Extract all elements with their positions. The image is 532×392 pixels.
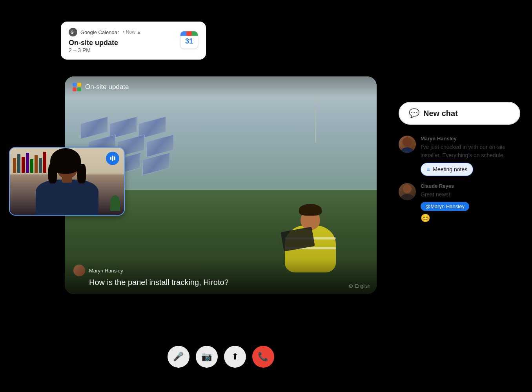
- new-chat-label: New chat: [423, 109, 458, 118]
- mention-chip: @Maryn Hansley: [421, 202, 469, 211]
- end-call-button[interactable]: 📞: [252, 346, 274, 368]
- claude-chat-text: Great news!: [421, 191, 520, 199]
- calendar-badge: 31: [180, 31, 198, 49]
- new-chat-button[interactable]: 💬 New chat: [399, 102, 520, 125]
- wind-turbine-visual: ✛: [311, 94, 321, 143]
- present-button[interactable]: ⬆: [224, 346, 246, 368]
- meeting-notes-pill[interactable]: ≡ Meeting notes: [421, 163, 473, 176]
- field-worker-figure: [275, 174, 346, 272]
- notification-header: G Google Calendar • Now ▲: [69, 28, 198, 36]
- chat-messages: Maryn Hansley I've just checked in with …: [399, 136, 520, 230]
- maryn-chat-content: Maryn Hansley I've just checked in with …: [421, 136, 520, 176]
- claude-chat-content: Claude Reyes Great news! @Maryn Hansley …: [421, 183, 520, 223]
- claude-sender-name: Claude Reyes: [421, 183, 520, 189]
- meet-topbar: On-site update: [65, 76, 377, 98]
- audio-bars: [110, 156, 115, 161]
- end-call-icon: 📞: [258, 352, 268, 362]
- maryn-sender-name: Maryn Hansley: [421, 136, 520, 142]
- notification-time: • Now ▲: [123, 29, 141, 35]
- notes-icon: ≡: [426, 166, 430, 173]
- caption-speaker-avatar: [73, 265, 85, 276]
- chat-panel: 💬 New chat Maryn Hansley I've just check…: [399, 102, 520, 230]
- chat-bubble-icon: 💬: [409, 108, 419, 118]
- maryn-avatar: [399, 136, 416, 153]
- caption-speaker-row: Maryn Hansley: [73, 265, 368, 276]
- microphone-button[interactable]: 🎤: [168, 346, 189, 368]
- self-view: [9, 147, 125, 216]
- controls-bar: 🎤 📷 ⬆ 📞: [65, 346, 377, 368]
- chat-message: Claude Reyes Great news! @Maryn Hansley …: [399, 183, 520, 223]
- caption-bar: Maryn Hansley How is the panel install t…: [65, 259, 377, 294]
- caption-text: How is the panel install tracking, Hirot…: [89, 278, 368, 287]
- notification-time-range: 2 – 3 PM: [69, 47, 118, 53]
- audio-indicator: [106, 152, 119, 165]
- claude-avatar: [399, 183, 416, 200]
- reaction-emoji: 😊: [421, 213, 520, 223]
- plant-decoration: [110, 195, 120, 211]
- meet-logo: On-site update: [73, 83, 129, 91]
- camera-icon: 📷: [201, 352, 212, 362]
- google-meet-icon: [73, 83, 81, 91]
- svg-text:G: G: [71, 30, 74, 34]
- chat-message: Maryn Hansley I've just checked in with …: [399, 136, 520, 176]
- notification-card: G Google Calendar • Now ▲ On-site update…: [61, 22, 206, 60]
- notification-source: Google Calendar: [80, 29, 119, 35]
- maryn-chat-text: I've just checked in with our on-site in…: [421, 143, 520, 160]
- google-calendar-icon: G: [69, 28, 77, 36]
- present-icon: ⬆: [231, 352, 239, 362]
- self-view-person: [24, 158, 110, 215]
- meeting-notes-label: Meeting notes: [433, 166, 467, 172]
- caption-speaker-name: Maryn Hansley: [89, 268, 123, 274]
- camera-button[interactable]: 📷: [196, 346, 218, 368]
- notification-title: On-site update: [69, 39, 118, 47]
- meeting-title: On-site update: [85, 83, 129, 91]
- microphone-icon: 🎤: [173, 352, 184, 362]
